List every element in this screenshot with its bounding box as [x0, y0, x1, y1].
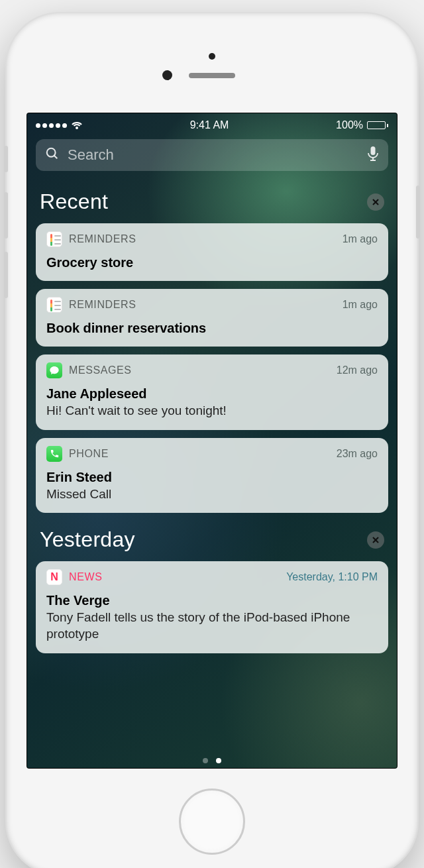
time-label: 12m ago [337, 364, 378, 376]
app-name: NEWS [69, 571, 280, 583]
reminders-icon [46, 231, 62, 247]
earpiece [189, 73, 235, 78]
search-input[interactable] [68, 146, 359, 164]
front-camera [162, 70, 172, 80]
clear-recent-button[interactable] [367, 193, 384, 211]
page-dot[interactable] [203, 758, 208, 763]
news-icon: N [46, 569, 62, 585]
notification-body: Tony Fadell tells us the story of the iP… [46, 610, 378, 642]
reminders-icon [46, 297, 62, 313]
svg-rect-2 [371, 146, 376, 155]
notification-card[interactable]: REMINDERS 1m ago Grocery store [36, 223, 388, 281]
notification-title: Grocery store [46, 255, 378, 270]
page-dot[interactable] [216, 758, 221, 763]
app-name: MESSAGES [69, 364, 330, 376]
status-time: 9:41 AM [190, 119, 229, 131]
notification-body: Hi! Can't wait to see you tonight! [46, 403, 378, 419]
section-title: Recent [40, 190, 108, 214]
app-name: PHONE [69, 448, 330, 460]
notification-card[interactable]: N NEWS Yesterday, 1:10 PM The Verge Tony… [36, 561, 388, 653]
device-frame: 9:41 AM 100% [7, 13, 417, 868]
mic-icon[interactable] [367, 146, 379, 164]
mute-switch [4, 146, 8, 172]
svg-line-1 [54, 156, 58, 159]
app-name: REMINDERS [69, 233, 336, 245]
notification-card[interactable]: REMINDERS 1m ago Book dinner reservation… [36, 289, 388, 347]
battery-pct: 100% [336, 119, 363, 131]
search-icon [45, 146, 60, 164]
time-label: 23m ago [337, 448, 378, 460]
screen: 9:41 AM 100% [26, 113, 398, 769]
notification-card[interactable]: MESSAGES 12m ago Jane Appleseed Hi! Can'… [36, 354, 388, 430]
signal-dots-icon [36, 123, 67, 128]
status-bar: 9:41 AM 100% [26, 113, 398, 135]
section-header-yesterday: Yesterday [36, 521, 388, 561]
section-header-recent: Recent [36, 183, 388, 223]
time-label: Yesterday, 1:10 PM [286, 571, 378, 583]
notification-title: Jane Appleseed [46, 386, 378, 402]
home-button[interactable] [179, 788, 245, 855]
power-button [416, 186, 420, 239]
notification-card[interactable]: PHONE 23m ago Erin Steed Missed Call [36, 438, 388, 514]
notification-title: Book dinner reservations [46, 321, 378, 336]
notification-title: Erin Steed [46, 470, 378, 485]
page-dots[interactable] [26, 758, 398, 763]
notification-title: The Verge [46, 593, 378, 608]
volume-down [4, 252, 8, 298]
top-camera [209, 53, 215, 60]
phone-icon [46, 446, 62, 462]
volume-up [4, 192, 8, 239]
app-name: REMINDERS [69, 299, 336, 311]
battery-icon [367, 121, 388, 129]
clear-yesterday-button[interactable] [367, 531, 384, 549]
time-label: 1m ago [343, 233, 378, 245]
search-bar[interactable] [36, 139, 388, 171]
time-label: 1m ago [343, 299, 378, 311]
wifi-icon [71, 121, 83, 129]
notification-body: Missed Call [46, 486, 378, 503]
svg-point-0 [47, 148, 56, 157]
messages-icon [46, 362, 62, 378]
section-title: Yesterday [40, 527, 135, 552]
